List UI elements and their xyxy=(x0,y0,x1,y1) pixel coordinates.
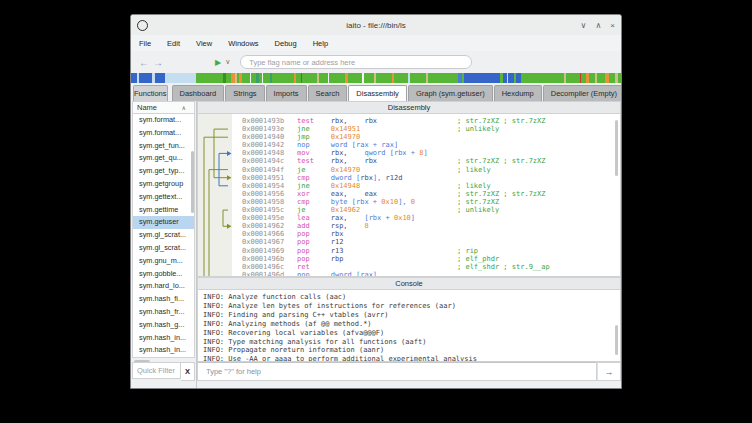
close-icon[interactable]: × xyxy=(610,21,615,30)
title-bar[interactable]: iaito - file:///bin/ls ∨ ∧ × xyxy=(131,15,621,36)
disasm-address: 0x0001496d xyxy=(242,271,297,277)
tab-hexdump[interactable]: Hexdump xyxy=(494,85,542,101)
function-item[interactable]: sym.getgroup xyxy=(133,178,194,191)
memory-segment xyxy=(376,73,392,83)
function-item[interactable]: sym.gettime xyxy=(133,204,194,217)
menu-item-view[interactable]: View xyxy=(188,39,220,48)
forward-arrow-icon[interactable]: → xyxy=(153,57,163,68)
function-item[interactable]: sym.get_qu... xyxy=(133,152,194,165)
disasm-token: rbx, xyxy=(331,117,365,125)
disasm-row[interactable]: 0x0001495elea rax, [rbx + 0x10] xyxy=(198,214,620,222)
menu-item-file[interactable]: File xyxy=(131,39,159,48)
menu-item-help[interactable]: Help xyxy=(305,39,336,48)
disasm-row[interactable]: 0x00014942nop word [rax + rax] xyxy=(198,141,620,149)
disasm-row[interactable]: 0x00014962add rsp, 8 xyxy=(198,222,620,230)
disasm-row[interactable]: 0x00014948mov rbx, qword [rbx + 8] xyxy=(198,149,620,157)
disasm-address: 0x00014969 xyxy=(242,247,297,255)
disasm-row[interactable]: 0x0001494fje 0x14970; likely xyxy=(198,166,620,174)
console-scrollbar[interactable] xyxy=(615,325,618,355)
maximize-icon[interactable]: ∧ xyxy=(595,21,601,30)
menu-item-debug[interactable]: Debug xyxy=(267,39,305,48)
disasm-row[interactable]: 0x0001493btest rbx, rbx; str.7zXZ ; str.… xyxy=(198,117,620,125)
disasm-token: xor xyxy=(297,190,331,198)
disasm-row[interactable]: 0x0001496cret; elf_shdr ; str.9__ap xyxy=(198,263,620,271)
disasm-address: 0x0001494f xyxy=(242,166,297,174)
memory-segment xyxy=(566,73,580,83)
tab-imports[interactable]: Imports xyxy=(266,85,307,101)
flag-search-input[interactable] xyxy=(240,55,472,69)
memory-map-bar[interactable] xyxy=(131,73,621,83)
disasm-token: je xyxy=(297,166,331,174)
minimize-icon[interactable]: ∨ xyxy=(581,21,587,30)
tab-dashboard[interactable]: Dashboard xyxy=(172,85,225,101)
menu-item-windows[interactable]: Windows xyxy=(220,39,266,48)
disasm-row[interactable]: 0x0001496bpop rbp; elf_phdr xyxy=(198,255,620,263)
function-item[interactable]: sym.hard_lo... xyxy=(133,280,194,293)
function-item[interactable]: sym.get_fun... xyxy=(133,140,194,153)
disasm-token: eax xyxy=(364,190,377,198)
disasm-row[interactable]: 0x0001495cje 0x14962; unlikely xyxy=(198,206,620,214)
disasm-row[interactable]: 0x0001494ctest rbx, rbx; str.7zXZ ; str.… xyxy=(198,157,620,165)
back-arrow-icon[interactable]: ← xyxy=(139,57,149,68)
disasm-comment: ; elf_shdr ; str.9__ap xyxy=(457,263,550,271)
disasm-row[interactable]: 0x00014969pop r13; rip xyxy=(198,247,620,255)
tab-decompiler-empty[interactable]: Decompiler (Empty) xyxy=(543,85,622,101)
disasm-row[interactable]: 0x00014967pop r12 xyxy=(198,238,620,246)
tab-disassembly[interactable]: Disassembly xyxy=(348,85,407,101)
disasm-row[interactable]: 0x00014966pop rbx xyxy=(198,230,620,238)
memory-segment xyxy=(348,73,363,83)
function-item[interactable]: sym.gettext... xyxy=(133,191,194,204)
functions-column-header[interactable]: Name ∧ xyxy=(132,101,195,114)
disasm-token: r12 xyxy=(331,238,344,246)
disasm-address: 0x00014956 xyxy=(242,190,297,198)
function-item[interactable]: sym.format... xyxy=(133,127,194,140)
disassembly-title-label: Disassembly xyxy=(388,103,431,112)
disasm-row[interactable]: 0x00014940jmp 0x14970 xyxy=(198,133,620,141)
function-item[interactable]: sym.get_typ... xyxy=(133,165,194,178)
function-item[interactable]: sym.hash_fr... xyxy=(133,306,194,319)
disasm-address: 0x00014962 xyxy=(242,222,297,230)
function-item[interactable]: sym.gl_scrat... xyxy=(133,229,194,242)
function-item[interactable]: sym.hash_fi... xyxy=(133,293,194,306)
function-item[interactable]: sym.hash_in... xyxy=(133,332,194,345)
console-dock-title[interactable]: Console xyxy=(197,277,621,290)
quick-filter-input[interactable] xyxy=(132,362,181,379)
memory-segment xyxy=(165,73,196,83)
disassembly-dock-title[interactable]: Disassembly xyxy=(197,101,621,114)
tab-strings[interactable]: Strings xyxy=(225,85,264,101)
disasm-token: nop xyxy=(297,271,331,277)
disasm-row[interactable]: 0x00014958cmp byte [rbx + 0x10], 0; str.… xyxy=(198,198,620,206)
function-item[interactable]: sym.format... xyxy=(133,114,194,127)
disasm-row[interactable]: 0x0001496dnop dword [rax] xyxy=(198,271,620,277)
disasm-token: rbx, xyxy=(331,157,365,165)
function-item[interactable]: sym.getuser xyxy=(133,216,194,229)
function-item[interactable]: sym.gobble... xyxy=(133,268,194,281)
function-item[interactable]: sym.gl_scrat... xyxy=(133,242,194,255)
tab-graph-sym-getuser[interactable]: Graph (sym.getuser) xyxy=(408,85,493,101)
console-output[interactable]: INFO: Analyze function calls (aac)INFO: … xyxy=(197,290,621,362)
clear-filter-button[interactable]: X xyxy=(181,362,195,381)
disassembly-view[interactable]: 0x0001493btest rbx, rbx; str.7zXZ ; str.… xyxy=(197,114,621,277)
disasm-row[interactable]: 0x0001493ejne 0x14951; unlikely xyxy=(198,125,620,133)
memory-segment xyxy=(618,73,621,83)
functions-vertical-scrollbar[interactable] xyxy=(191,151,194,213)
disasm-row[interactable]: 0x00014954jne 0x14948; likely xyxy=(198,182,620,190)
console-command-input[interactable] xyxy=(197,362,597,381)
disasm-token: rbx, xyxy=(331,149,365,157)
chevron-down-icon[interactable]: ∨ xyxy=(225,58,230,66)
tab-search[interactable]: Search xyxy=(308,85,348,101)
disasm-token: cmp xyxy=(297,198,331,206)
disasm-row[interactable]: 0x00014956xor eax, eax; str.7zXZ ; str.7… xyxy=(198,190,620,198)
tab-functions[interactable]: Functions xyxy=(133,85,168,101)
function-item[interactable]: sym.hash_g... xyxy=(133,319,194,332)
disassembly-scrollbar[interactable] xyxy=(615,120,618,176)
function-item[interactable]: sym.hash_in... xyxy=(133,344,194,357)
function-item[interactable]: sym.gnu_m... xyxy=(133,255,194,268)
continue-play-icon[interactable]: ▶ xyxy=(215,58,221,67)
console-submit-button[interactable]: → xyxy=(597,362,621,381)
menu-item-edit[interactable]: Edit xyxy=(159,39,188,48)
memory-segment xyxy=(410,73,426,83)
disasm-address: 0x0001496b xyxy=(242,255,297,263)
disasm-row[interactable]: 0x00014951cmp dword [rbx], r12d xyxy=(198,174,620,182)
disasm-token: lea xyxy=(297,214,331,222)
